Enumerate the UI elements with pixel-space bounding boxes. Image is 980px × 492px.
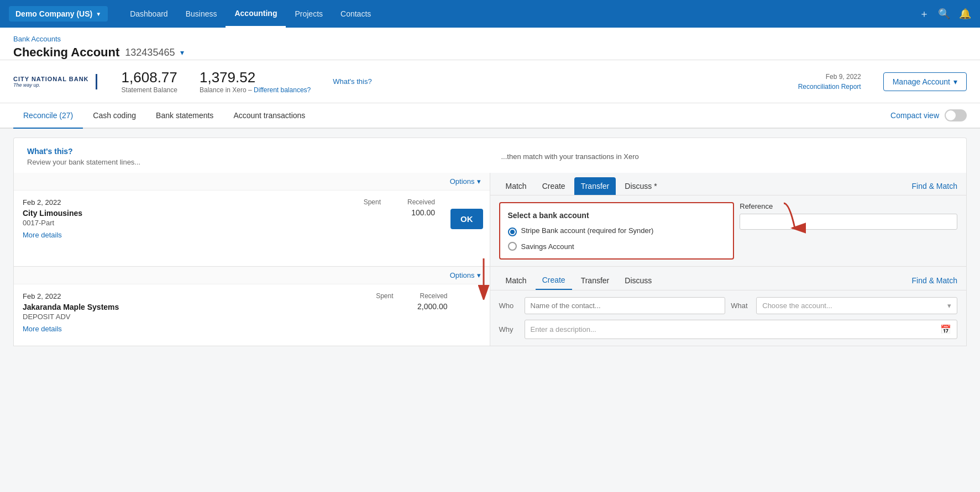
why-input-area[interactable]: Enter a description... 📅 xyxy=(525,320,958,339)
tx2-ref: DEPOSIT ADV xyxy=(23,313,322,321)
what-placeholder: Choose the account... xyxy=(762,301,832,310)
bank-name-line2: The way up. xyxy=(13,82,89,88)
radio-savings[interactable] xyxy=(508,242,517,251)
manage-account-button[interactable]: Manage Account ▾ xyxy=(883,72,967,91)
rtab2-create[interactable]: Create xyxy=(536,271,572,290)
radio-stripe[interactable] xyxy=(508,228,517,236)
recon-subtitle: Review your bank statement lines... xyxy=(27,158,490,166)
main-content: What's this? Review your bank statement … xyxy=(0,137,980,359)
create-form: Who What Choose the account... ▾ Why Ent… xyxy=(490,290,967,346)
tx2-date: Feb 2, 2022 xyxy=(23,292,322,300)
tx1-name: City Limousines xyxy=(23,209,309,218)
rtab1-find-match[interactable]: Find & Match xyxy=(912,182,957,191)
radio-stripe-label: Stripe Bank account (required for Synder… xyxy=(521,226,654,235)
right-tabs-2: Match Create Transfer Discuss Find & Mat… xyxy=(490,267,967,290)
options-bar-2: Options ▾ xyxy=(14,267,490,284)
bank-logo: CITY NATIONAL BANK The way up. xyxy=(13,74,99,89)
xero-balance-label: Balance in Xero – Different balances? xyxy=(200,86,311,94)
nav-business[interactable]: Business xyxy=(177,0,226,28)
who-input[interactable] xyxy=(525,297,726,314)
recon-header: What's this? Review your bank statement … xyxy=(13,137,967,173)
options-button-1[interactable]: Options ▾ xyxy=(450,177,481,186)
bank-name-line1: CITY NATIONAL BANK xyxy=(13,76,89,82)
statement-balance-block: 1,608.77 Statement Balance xyxy=(122,69,177,94)
tab-bank-statements[interactable]: Bank statements xyxy=(146,103,223,129)
transaction-2-grid: Options ▾ Feb 2, 2022 Jakaranda Maple Sy… xyxy=(14,267,966,346)
sub-header: Bank Accounts Checking Account 132435465… xyxy=(0,28,980,60)
whats-this-link[interactable]: What's this? xyxy=(333,77,371,86)
radio-option-1[interactable]: Stripe Bank account (required for Synder… xyxy=(508,226,726,236)
why-label: Why xyxy=(499,325,519,334)
tx1-received-value: 100.00 xyxy=(385,208,435,217)
options-button-2[interactable]: Options ▾ xyxy=(450,271,481,279)
nav-accounting[interactable]: Accounting xyxy=(226,0,286,28)
nav-dashboard[interactable]: Dashboard xyxy=(121,0,177,28)
why-placeholder: Enter a description... xyxy=(531,325,596,334)
transaction-1-left: Options ▾ Feb 2, 2022 City Limousines 00… xyxy=(14,173,490,266)
rtab2-transfer[interactable]: Transfer xyxy=(574,272,616,289)
top-navigation: Demo Company (US) ▼ Dashboard Business A… xyxy=(0,0,980,28)
different-balances-link[interactable]: Different balances? xyxy=(254,86,311,94)
manage-account-dropdown-arrow: ▾ xyxy=(953,77,957,86)
tab-cash-coding[interactable]: Cash coding xyxy=(83,103,146,129)
calendar-icon: 📅 xyxy=(940,324,951,335)
options-bar-1: Options ▾ xyxy=(14,173,490,191)
xero-match-label: ...then match with your transactions in … xyxy=(501,152,639,161)
tx1-ok-area: OK xyxy=(444,191,490,247)
who-label: Who xyxy=(499,301,519,310)
rtab1-match[interactable]: Match xyxy=(499,177,533,195)
account-number: 132435465 xyxy=(125,47,175,59)
tx2-received-value: 2,000.00 xyxy=(398,302,448,311)
xero-balance-value: 1,379.52 xyxy=(200,69,311,86)
nav-contacts[interactable]: Contacts xyxy=(332,0,380,28)
tx1-more-details[interactable]: More details xyxy=(23,231,62,239)
tx1-received-label: Received xyxy=(385,198,435,206)
breadcrumb[interactable]: Bank Accounts xyxy=(13,35,61,43)
account-dropdown-arrow[interactable]: ▾ xyxy=(180,48,184,57)
rtab1-discuss[interactable]: Discuss * xyxy=(618,177,663,195)
rtab2-match[interactable]: Match xyxy=(499,272,533,289)
transaction-1-inner: Feb 2, 2022 City Limousines 0017-Part Mo… xyxy=(14,191,490,247)
bank-logo-bar-decoration xyxy=(96,74,97,89)
nav-projects[interactable]: Projects xyxy=(286,0,332,28)
tx1-spent-label: Spent xyxy=(331,198,381,206)
rtab2-find-match[interactable]: Find & Match xyxy=(912,276,957,285)
transfer-content: Select a bank account Stripe Bank accoun… xyxy=(490,195,967,266)
radio-savings-label: Savings Account xyxy=(521,242,574,251)
tab-account-transactions[interactable]: Account transactions xyxy=(223,103,315,129)
transaction-row-2: Options ▾ Feb 2, 2022 Jakaranda Maple Sy… xyxy=(13,267,967,346)
add-icon[interactable]: ＋ xyxy=(919,7,929,20)
ok-button-1[interactable]: OK xyxy=(450,209,483,229)
transaction-1-grid: Options ▾ Feb 2, 2022 City Limousines 00… xyxy=(14,173,966,266)
rtab1-create[interactable]: Create xyxy=(536,177,572,195)
tab-reconcile[interactable]: Reconcile (27) xyxy=(13,103,83,129)
tx2-ok-area xyxy=(457,284,490,341)
compact-view-label: Compact view xyxy=(890,111,939,120)
transaction-2-info: Feb 2, 2022 Jakaranda Maple Systems DEPO… xyxy=(14,284,331,341)
account-name: Checking Account xyxy=(13,45,119,60)
rtab2-discuss[interactable]: Discuss xyxy=(618,272,658,289)
radio-stripe-dot xyxy=(510,230,515,234)
nav-actions: ＋ 🔍 🔔 xyxy=(919,7,971,20)
rtab1-transfer[interactable]: Transfer xyxy=(574,177,616,195)
notification-icon[interactable]: 🔔 xyxy=(959,8,971,20)
transaction-1-amounts: Spent Received 100.00 xyxy=(318,191,444,247)
recon-header-left: What's this? Review your bank statement … xyxy=(27,147,490,166)
reconciliation-report-link[interactable]: Reconciliation Report xyxy=(798,83,861,91)
tab-bar: Reconcile (27) Cash coding Bank statemen… xyxy=(0,103,980,129)
compact-view-toggle[interactable] xyxy=(945,109,967,121)
search-icon[interactable]: 🔍 xyxy=(938,8,950,20)
reference-input[interactable] xyxy=(740,214,957,230)
recon-whats-this[interactable]: What's this? xyxy=(27,147,490,156)
company-switcher[interactable]: Demo Company (US) ▼ xyxy=(9,6,108,22)
compact-view-toggle-area: Compact view xyxy=(890,109,967,121)
tx2-spent-label: Spent xyxy=(344,292,394,300)
create-why-row: Why Enter a description... 📅 xyxy=(499,320,958,339)
reference-label: Reference xyxy=(740,202,957,210)
transaction-2-left: Options ▾ Feb 2, 2022 Jakaranda Maple Sy… xyxy=(14,267,490,346)
what-select[interactable]: Choose the account... ▾ xyxy=(756,297,957,314)
tx2-more-details[interactable]: More details xyxy=(23,325,62,333)
recon-header-right: ...then match with your transactions in … xyxy=(490,147,953,166)
xero-balance-block: 1,379.52 Balance in Xero – Different bal… xyxy=(200,69,311,94)
radio-option-2[interactable]: Savings Account xyxy=(508,242,726,251)
